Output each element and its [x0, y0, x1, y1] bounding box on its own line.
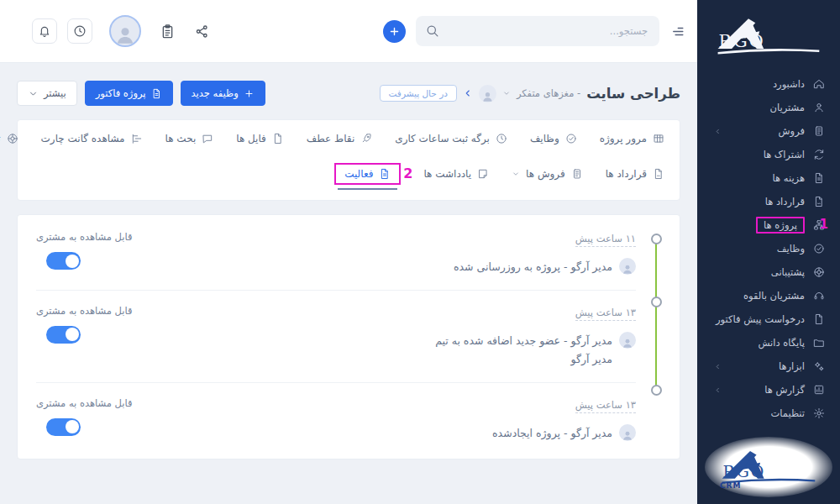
sidebar-item-tasks[interactable]: وظایف	[697, 237, 840, 260]
tab-timesheet[interactable]: برگه ثبت ساعات کاری	[395, 133, 507, 144]
argo-crm-app: داشبورد مشتریان فروش اشتراک ها هزینه ها …	[0, 0, 840, 504]
visibility-label: قابل مشاهده به مشتری	[36, 397, 133, 409]
chevron-left-icon	[714, 128, 722, 135]
tab-tasks[interactable]: وظایف	[530, 133, 577, 144]
check-circle-icon	[565, 133, 577, 144]
sidebar-item-projects[interactable]: پروژه ها1	[697, 213, 840, 237]
sidebar-item-reports[interactable]: گزارش ها	[697, 378, 840, 402]
page-header: طراحی سایت - مغزهای متفکر در حال پیشرفت …	[17, 80, 680, 107]
status-badge: در حال پیشرفت	[380, 85, 457, 102]
person-icon	[622, 263, 633, 275]
visible-to-customer-toggle[interactable]	[46, 326, 81, 344]
entry-main: ۱۱ ساعت پیش مدیر آرگو - پروژه به روزرسان…	[186, 229, 636, 276]
clock-icon	[496, 133, 507, 144]
tab-files[interactable]: فایل ها	[236, 133, 284, 144]
crm-label: CRM	[720, 481, 742, 490]
argo-logo-top	[697, 0, 840, 72]
gear-icon	[813, 407, 825, 419]
tab-milestones[interactable]: نقاط عطف	[307, 133, 372, 144]
headset-icon	[813, 290, 825, 302]
entry-avatar	[619, 332, 636, 349]
share-icon[interactable]	[194, 24, 210, 39]
project-invoice-button[interactable]: پروژه فاکتور	[85, 81, 173, 106]
file-text-icon	[813, 172, 825, 184]
page-subtitle: - مغزهای متفکر	[517, 87, 580, 99]
file-contract-icon	[813, 196, 825, 207]
search-box	[416, 16, 659, 46]
entry-text: مدیر آرگو - عضو جدید اضافه شده به تیم مد…	[435, 332, 612, 369]
clipboard-icon[interactable]	[160, 24, 176, 39]
person-icon	[114, 24, 136, 45]
check-circle-icon	[813, 243, 825, 255]
entry-time: ۱۳ ساعت پیش	[575, 399, 636, 413]
entry-main: ۱۳ ساعت پیش مدیر آرگو - عضو جدید اضافه ش…	[186, 303, 636, 369]
sidebar-item-knowledge-base[interactable]: پایگاه دانش	[697, 331, 840, 354]
chevron-down-icon[interactable]	[502, 89, 511, 97]
sidebar-item-estimate-request[interactable]: درخواست پیش فاکتور	[697, 307, 840, 331]
sidebar-item-support[interactable]: پشتیبانی	[697, 260, 840, 284]
tab-activity[interactable]: فعالیت 2	[334, 163, 401, 185]
grid-icon	[653, 133, 664, 144]
quick-add-button[interactable]	[383, 20, 406, 43]
sidebar-toggle-icon[interactable]	[669, 24, 685, 39]
sidebar-item-label: فروش	[779, 125, 805, 137]
file-icon	[151, 88, 162, 99]
lifebuoy-icon	[813, 266, 825, 278]
chat-icon	[202, 133, 213, 144]
annotation-step-1: 1	[820, 217, 828, 232]
file-contract-icon	[653, 168, 664, 180]
tab-label: مرور پروژه	[600, 133, 647, 144]
sidebar-item-tools[interactable]: ابزارها	[697, 354, 840, 378]
argo-logo-bottom: CRM	[697, 437, 840, 497]
breadcrumb: طراحی سایت - مغزهای متفکر در حال پیشرفت	[380, 85, 680, 102]
sidebar-item-sales[interactable]: فروش	[697, 119, 840, 143]
sidebar-menu: داشبورد مشتریان فروش اشتراک ها هزینه ها …	[697, 72, 840, 425]
tab-gantt-chart[interactable]: مشاهده گانت چارت	[41, 133, 143, 144]
tab-label: فایل ها	[236, 133, 266, 144]
tab-label: قرارداد ها	[606, 168, 647, 180]
header-buttons: وظیفه جدید پروژه فاکتور بیشتر	[17, 81, 265, 106]
tab-project-overview[interactable]: مرور پروژه	[600, 133, 664, 144]
sidebar-item-contracts[interactable]: قرارداد ها	[697, 190, 840, 213]
tab-label: فروش ها	[526, 168, 565, 180]
visibility-block: قابل مشاهده به مشتری	[36, 396, 186, 436]
user-icon	[813, 102, 825, 113]
tab-notes[interactable]: یادداشت ها	[423, 168, 489, 180]
sidebar-item-leads[interactable]: مشتریان بالقوه	[697, 284, 840, 307]
search-input[interactable]	[416, 16, 659, 46]
activity-entry: ۱۳ ساعت پیش مدیر آرگو - عضو جدید اضافه ش…	[36, 291, 636, 383]
entry-text: مدیر آرگو - پروژه ایجادشده	[492, 424, 612, 443]
user-avatar[interactable]	[109, 15, 141, 47]
sidebar-item-settings[interactable]: تنظیمات	[697, 402, 840, 425]
new-task-button[interactable]: وظیفه جدید	[181, 81, 265, 106]
tab-label: فعالیت	[344, 168, 373, 180]
entry-avatar	[619, 258, 636, 275]
visible-to-customer-toggle[interactable]	[46, 418, 81, 436]
tab-discussions[interactable]: بحث ها	[165, 133, 214, 144]
entry-avatar	[619, 424, 636, 441]
person-icon	[622, 337, 633, 349]
rocket-icon	[360, 133, 372, 144]
report-icon	[813, 384, 825, 396]
sidebar-item-customers[interactable]: مشتریان	[697, 96, 840, 119]
visibility-block: قابل مشاهده به مشتری	[36, 303, 186, 344]
sidebar-item-label: مشتریان	[770, 102, 805, 113]
tab-sales[interactable]: فروش ها	[512, 168, 583, 180]
sidebar-item-subscriptions[interactable]: اشتراک ها	[697, 143, 840, 166]
entry-subtext: مدیر آرگو	[435, 350, 612, 369]
tab-contracts[interactable]: قرارداد ها	[606, 168, 664, 180]
sidebar-item-dashboard[interactable]: داشبورد	[697, 72, 840, 96]
activity-card: ۱۱ ساعت پیش مدیر آرگو - پروژه به روزرسان…	[17, 214, 680, 459]
more-button[interactable]: بیشتر	[17, 81, 77, 106]
visible-to-customer-toggle[interactable]	[46, 252, 81, 270]
file-icon	[813, 313, 825, 325]
tab-tickets[interactable]: تیکت ها	[0, 133, 18, 144]
visibility-label: قابل مشاهده به مشتری	[36, 231, 133, 243]
history-button[interactable]	[67, 18, 92, 44]
sidebar-item-expenses[interactable]: هزینه ها	[697, 166, 840, 190]
active-tab-underline	[338, 188, 397, 190]
project-member-avatar[interactable]	[479, 85, 496, 102]
notifications-button[interactable]	[32, 18, 57, 44]
activity-entry: ۱۱ ساعت پیش مدیر آرگو - پروژه به روزرسان…	[36, 217, 636, 291]
sidebar-item-label: داشبورد	[773, 78, 805, 90]
